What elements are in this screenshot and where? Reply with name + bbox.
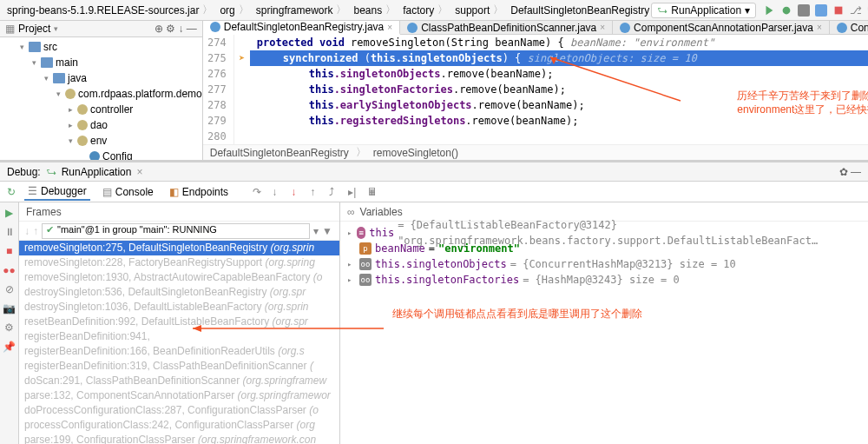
frame-row[interactable]: parse:199, ConfigurationClassParser (org… [19,433,339,444]
var-row[interactable]: ▸≡this = {DefaultListableBeanFactory@314… [347,225,861,241]
bc-item[interactable]: org [220,4,234,17]
breakpoint-arrow-icon[interactable]: ➤ [239,52,245,64]
frame-row[interactable]: doScan:291, ClassPathBeanDefinitionScann… [19,374,339,388]
frame-row[interactable]: registerBeanDefinition:166, BeanDefiniti… [19,344,339,359]
run-config-selector[interactable]: ⮑ RunApplication ▾ [651,3,756,18]
line-number[interactable]: 276 [203,66,227,82]
project-collapse-icon[interactable]: ▦ [5,23,15,35]
expand-arrow-icon[interactable]: ▾ [54,89,62,98]
editor-tab[interactable]: Configuratio× [830,21,868,34]
close-icon[interactable]: × [387,23,392,32]
bc-item[interactable]: beans [353,4,382,17]
expand-icon[interactable]: ▸ [347,225,353,241]
var-row[interactable]: ▸oothis.singletonFactories = {HashMap@32… [347,272,861,288]
resume-icon[interactable]: ▶ [3,206,16,220]
tree-node[interactable]: ▾java [0,70,202,86]
line-number[interactable]: 278 [203,97,227,113]
mute-breakpoints-icon[interactable]: ⊘ [3,282,16,296]
expand-arrow-icon[interactable]: ▾ [66,136,75,145]
frame-pkg: (o [313,271,323,283]
profile-icon[interactable] [815,4,827,17]
line-number[interactable]: 280 [203,129,227,144]
gear-icon[interactable]: ⊕ ⚙ ↓ — [155,23,197,35]
stop-icon[interactable] [832,4,845,17]
line-number[interactable]: 274 [203,35,227,50]
frame-row[interactable]: processConfigurationClass:242, Configura… [19,418,339,433]
thread-selector[interactable]: ✔"main"@1 in group "main": RUNNING [42,223,310,239]
tab-debugger[interactable]: ☰Debugger [24,183,90,201]
coverage-icon[interactable] [798,4,810,17]
pin-icon[interactable]: 📌 [3,340,16,354]
tree-node[interactable]: ▾main [0,55,202,70]
bc-item[interactable]: DefaultSingletonBeanRegistry [510,4,649,17]
frame-row[interactable]: removeSingleton:275, DefaultSingletonBea… [19,241,339,255]
code-keyword: this [309,68,334,80]
var-row[interactable]: ▸oothis.singletonObjects = {ConcurrentHa… [347,256,861,272]
frame-row[interactable]: destroySingleton:1036, DefaultListableBe… [19,300,339,315]
tree-node[interactable]: ▸dao [0,117,202,133]
view-breakpoints-icon[interactable]: ●● [3,263,16,277]
line-number[interactable]: 277 [203,82,227,97]
line-number[interactable]: 275 [203,50,227,66]
expand-icon[interactable]: ▸ [347,256,356,272]
frame-row[interactable]: registerBeanDefinition:941, [19,329,339,344]
next-frame-icon[interactable]: ↑ [33,225,38,237]
settings-icon[interactable]: ⚙ [3,321,16,335]
prev-frame-icon[interactable]: ↓ [24,225,30,237]
line-number[interactable]: 279 [203,113,227,129]
link-icon[interactable]: ∞ [347,206,355,218]
frame-row[interactable]: parse:132, ComponentScanAnnotationParser… [19,388,339,403]
expand-arrow-icon[interactable]: ▾ [17,43,26,51]
drop-frame-icon[interactable]: ⤴ [329,186,341,198]
tree-node[interactable]: ▸controller [0,102,202,117]
git-icon[interactable]: ⎇ [850,4,862,17]
expand-arrow-icon[interactable]: ▸ [66,121,75,129]
frame-row[interactable]: resetBeanDefinition:992, DefaultListable… [19,315,339,329]
frame-pkg: (org.s [278,345,305,357]
editor-bc-method[interactable]: removeSingleton() [373,147,458,159]
thread-dump-icon[interactable]: 📷 [3,302,16,315]
tree-node[interactable]: ▾com.rdpaas.platform.demo [0,86,202,102]
tree-node[interactable]: ▾src [0,39,202,55]
pause-icon[interactable]: ⏸ [3,225,16,239]
gear-icon[interactable]: ✿ — [839,166,861,178]
step-out-icon[interactable]: ↑ [310,186,322,198]
tree-node[interactable]: ▾env [0,133,202,149]
bc-item[interactable]: springframework [256,4,333,17]
frame-row[interactable]: destroySingleton:536, DefaultSingletonBe… [19,285,339,300]
expand-arrow-icon[interactable]: ▾ [30,58,38,67]
editor-tab[interactable]: ClassPathBeanDefinitionScanner.java× [400,21,613,34]
dropdown-icon[interactable]: ▾ [313,225,319,237]
tree-node[interactable]: Config [0,149,202,160]
close-icon[interactable]: × [600,23,605,32]
step-over-icon[interactable]: ↷ [253,186,265,198]
tab-console[interactable]: ▤Console [99,184,157,200]
bc-item[interactable]: spring-beans-5.1.9.RELEASE-sources.jar [7,4,199,17]
filter-icon[interactable]: ▼ [322,225,334,237]
frame-row[interactable]: removeSingleton:228, FactoryBeanRegistry… [19,255,339,270]
step-into-icon[interactable]: ↓ [272,186,284,198]
editor-bc-class[interactable]: DefaultSingletonBeanRegistry [210,147,349,159]
expand-arrow-icon[interactable]: ▾ [42,74,50,83]
bc-item[interactable]: support [455,4,490,17]
tab-endpoints[interactable]: ◧Endpoints [166,184,232,200]
dropdown-icon[interactable]: ▾ [54,24,58,33]
frame-row[interactable]: doProcessConfigurationClass:287, Configu… [19,403,339,418]
close-tab-icon[interactable]: × [136,166,142,178]
force-step-into-icon[interactable]: ↓ [291,186,303,198]
editor-tab[interactable]: DefaultSingletonBeanRegistry.java× [203,21,400,35]
breadcrumb-bar: spring-beans-5.1.9.RELEASE-sources.jar〉 … [0,0,868,21]
expand-arrow-icon[interactable]: ▸ [66,105,75,114]
expand-icon[interactable]: ▸ [347,272,356,288]
debug-icon[interactable] [780,4,792,17]
frame-row[interactable]: removeSingleton:1930, AbstractAutowireCa… [19,270,339,285]
bc-item[interactable]: factory [403,4,434,17]
close-icon[interactable]: × [817,23,822,32]
frame-row[interactable]: registerBeanDefinition:319, ClassPathBea… [19,359,339,374]
restart-icon[interactable]: ↻ [7,186,16,198]
evaluate-icon[interactable]: 🖩 [367,186,379,198]
run-to-cursor-icon[interactable]: ▸| [348,186,360,198]
run-icon[interactable] [763,4,775,17]
stop-icon[interactable]: ■ [3,244,16,258]
editor-tab[interactable]: ComponentScanAnnotationParser.java× [613,21,830,34]
